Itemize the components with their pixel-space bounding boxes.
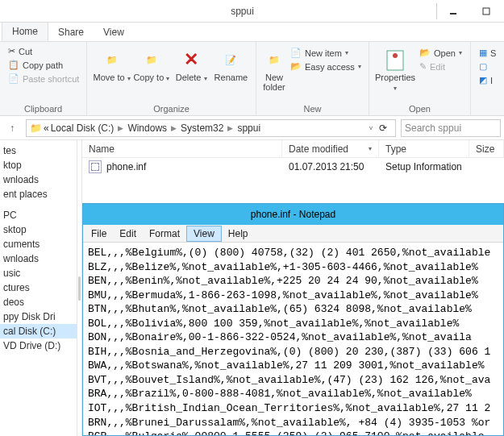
tab-home[interactable]: Home [2, 22, 48, 41]
address-bar-row: ↑ 📁 « Local Disk (C:)▶ Windows▶ System32… [0, 116, 504, 140]
edit-button[interactable]: ✎Edit [416, 60, 465, 73]
ribbon-tabs: Home Share View [0, 23, 504, 42]
nav-item[interactable]: PC [0, 208, 77, 222]
refresh-button[interactable]: ⟳ [374, 122, 392, 134]
menu-view[interactable]: View [186, 226, 222, 242]
menu-format[interactable]: Format [143, 226, 186, 241]
notepad-menubar: File Edit Format View Help [83, 225, 503, 243]
easy-access-icon: 📂 [290, 61, 302, 72]
copy-to-button[interactable]: 📁Copy to ▾ [131, 44, 171, 83]
crumb[interactable]: Windows [127, 122, 167, 134]
invert-selection-button[interactable]: ◩I [476, 74, 499, 86]
folder-icon: 📁 [30, 122, 42, 134]
select-none-icon: ▢ [479, 61, 487, 72]
column-headers[interactable]: Name Date modified▾ Type Size [82, 140, 504, 158]
nav-item[interactable]: wnloads [0, 172, 77, 187]
edit-icon: ✎ [419, 61, 427, 72]
notepad-window: phone.inf - Notepad File Edit Format Vie… [82, 203, 504, 436]
nav-item[interactable]: VD Drive (D:) [0, 338, 77, 353]
group-select: ▦S ▢ ◩I [471, 42, 504, 115]
navigation-pane[interactable]: tesktopwnloadsent placesPCsktopcumentswn… [0, 140, 77, 436]
group-organize: 📁Move to ▾ 📁Copy to ▾ ✕Delete ▾ 📝Rename … [87, 42, 256, 115]
table-row[interactable]: phone.inf 01.07.2013 21:50 Setup Informa… [82, 158, 504, 176]
easy-access-button[interactable]: 📂Easy access ▾ [287, 60, 364, 73]
up-button[interactable]: ↑ [3, 119, 21, 137]
paste-shortcut-button[interactable]: 📄Paste shortcut [5, 73, 82, 85]
open-icon: 📂 [419, 48, 431, 58]
new-item-icon: 📄 [290, 48, 302, 58]
notepad-text-area[interactable]: BEL,,,%Belgium%,(0) (800) 40758,(32) (2)… [83, 243, 503, 435]
nav-item[interactable]: ktop [0, 158, 77, 172]
crumb[interactable]: System32 [181, 122, 223, 134]
svg-point-3 [393, 53, 398, 58]
window-titlebar: sppui [0, 0, 504, 23]
select-all-button[interactable]: ▦S [476, 47, 499, 59]
nav-item[interactable]: deos [0, 295, 77, 309]
menu-help[interactable]: Help [222, 226, 255, 241]
history-dropdown[interactable]: v [369, 124, 373, 131]
rename-button[interactable]: 📝Rename [211, 44, 251, 82]
breadcrumb[interactable]: 📁 « Local Disk (C:)▶ Windows▶ System32▶ … [26, 119, 396, 137]
nav-item[interactable]: tes [0, 143, 77, 158]
notepad-titlebar[interactable]: phone.inf - Notepad [83, 204, 503, 225]
copy-path-icon: 📋 [8, 60, 19, 70]
nav-item[interactable]: cal Disk (C:) [0, 324, 77, 338]
window-title: sppui [48, 6, 436, 17]
menu-edit[interactable]: Edit [113, 226, 143, 241]
cut-button[interactable]: ✂Cut [5, 45, 82, 57]
properties-icon [382, 47, 408, 73]
properties-button[interactable]: Properties ▾ [374, 44, 416, 93]
delete-icon: ✕ [178, 47, 204, 73]
group-new: 📁New folder 📄New item ▾ 📂Easy access ▾ N… [256, 42, 369, 115]
minimize-button[interactable] [436, 3, 469, 19]
ribbon: ✂Cut 📋Copy path 📄Paste shortcut Clipboar… [0, 42, 504, 116]
new-item-button[interactable]: 📄New item ▾ [287, 47, 364, 59]
invert-icon: ◩ [479, 75, 487, 85]
maximize-button[interactable] [470, 3, 502, 19]
group-open: Properties ▾ 📂Open ▾ ✎Edit Open [369, 42, 471, 115]
col-name: Name [82, 140, 282, 157]
group-clipboard: ✂Cut 📋Copy path 📄Paste shortcut Clipboar… [0, 42, 87, 115]
tab-view[interactable]: View [94, 23, 134, 41]
select-all-icon: ▦ [479, 48, 487, 58]
delete-button[interactable]: ✕Delete ▾ [172, 44, 211, 83]
folder-copy-icon: 📁 [139, 47, 165, 73]
nav-item[interactable]: wnloads [0, 251, 77, 266]
nav-item[interactable]: sktop [0, 222, 77, 237]
nav-item[interactable]: ppy Disk Dri [0, 309, 77, 324]
move-to-button[interactable]: 📁Move to ▾ [92, 44, 131, 83]
rename-icon: 📝 [218, 47, 244, 73]
search-input[interactable]: Search sppui [401, 119, 501, 137]
crumb[interactable]: sppui [237, 122, 260, 134]
tab-share[interactable]: Share [48, 23, 94, 41]
nav-item[interactable]: ent places [0, 187, 77, 201]
crumb[interactable]: Local Disk (C:) [51, 122, 115, 134]
copy-path-button[interactable]: 📋Copy path [5, 59, 82, 71]
scissors-icon: ✂ [8, 46, 15, 56]
menu-file[interactable]: File [85, 226, 113, 241]
col-type: Type [379, 140, 469, 157]
new-folder-button[interactable]: 📁New folder [261, 44, 287, 92]
new-folder-icon: 📁 [261, 47, 287, 73]
svg-rect-1 [483, 8, 489, 15]
inf-file-icon [89, 160, 102, 173]
folder-move-icon: 📁 [99, 47, 125, 73]
col-date: Date modified▾ [282, 140, 379, 157]
nav-item[interactable]: ctures [0, 280, 77, 295]
col-size: Size [469, 140, 504, 157]
open-button[interactable]: 📂Open ▾ [416, 47, 465, 59]
paste-shortcut-icon: 📄 [8, 73, 19, 84]
nav-item[interactable]: usic [0, 266, 77, 280]
nav-item[interactable]: cuments [0, 237, 77, 251]
select-none-button[interactable]: ▢ [476, 60, 499, 73]
